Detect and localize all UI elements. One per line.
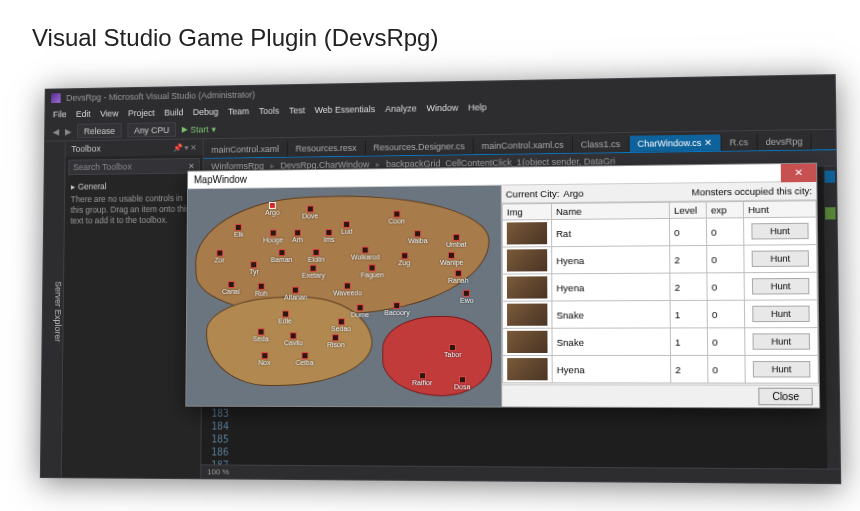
monsters-label: Monsters occupied this city: xyxy=(692,185,813,197)
toolbox-group-general[interactable]: ▸ General xyxy=(71,180,197,192)
city-wanipe[interactable]: Wanipe xyxy=(440,252,463,266)
city-faguen[interactable]: Faguen xyxy=(361,264,384,278)
city-cavilo[interactable]: Cavilo xyxy=(284,332,303,346)
city-ceiba[interactable]: Ceiba xyxy=(296,352,314,366)
hunt-button[interactable]: Hunt xyxy=(751,223,808,240)
menu-web-essentials[interactable]: Web Essentials xyxy=(315,104,376,115)
city-waiba[interactable]: Waiba xyxy=(408,230,427,244)
start-debug-button[interactable]: Start ▾ xyxy=(182,124,217,134)
close-button[interactable]: Close xyxy=(759,388,813,406)
hunt-button[interactable]: Hunt xyxy=(752,250,809,267)
tab-resources-designer-cs[interactable]: Resources.Designer.cs xyxy=(365,138,473,155)
menu-build[interactable]: Build xyxy=(164,107,183,117)
city-zor[interactable]: Zor xyxy=(214,250,224,264)
platform-combo[interactable]: Any CPU xyxy=(127,122,176,137)
table-row[interactable]: Snake10Hunt xyxy=(503,328,818,356)
col-level[interactable]: Level xyxy=(669,202,706,219)
menu-test[interactable]: Test xyxy=(289,105,305,115)
monster-table[interactable]: ImgNameLevelexpHunt Rat00HuntHyena20Hunt… xyxy=(502,200,819,384)
config-combo[interactable]: Release xyxy=(77,123,122,138)
city-baman[interactable]: Baman xyxy=(271,249,293,263)
city-dume[interactable]: Dume xyxy=(351,304,369,318)
col-img[interactable]: Img xyxy=(502,204,551,220)
city-raifior[interactable]: Raifior xyxy=(412,372,432,386)
table-row[interactable]: Hyena20Hunt xyxy=(502,245,817,274)
tab-devsrpg[interactable]: devsRpg xyxy=(757,133,812,150)
tab-charwindow-cs[interactable]: CharWindow.cs ✕ xyxy=(629,135,721,152)
city-dosa[interactable]: Dosa xyxy=(454,376,470,390)
city-altanan[interactable]: Altanan xyxy=(284,287,307,301)
city-waveedo[interactable]: Waveedo xyxy=(333,282,362,296)
city-exetary[interactable]: Exetary xyxy=(302,265,325,279)
city-arh[interactable]: Arh xyxy=(292,229,303,243)
city-tyr[interactable]: Tyr xyxy=(249,261,259,275)
city-label: Tabor xyxy=(444,351,462,358)
city-label: Umbat xyxy=(446,241,467,248)
city-ruh[interactable]: Ruh xyxy=(255,283,268,297)
city-lud[interactable]: Lud xyxy=(341,221,353,235)
table-row[interactable]: Rat00Hunt xyxy=(502,217,816,247)
table-row[interactable]: Hyena20Hunt xyxy=(502,272,817,301)
city-ranah[interactable]: Ranah xyxy=(448,270,469,284)
city-zug[interactable]: Zug xyxy=(398,252,410,266)
menu-analyze[interactable]: Analyze xyxy=(385,104,417,114)
table-row[interactable]: Snake10Hunt xyxy=(502,300,817,328)
city-sedao[interactable]: Sedao xyxy=(331,318,351,332)
city-hooge[interactable]: Hooge xyxy=(263,229,283,243)
city-marker-icon xyxy=(459,376,466,383)
menu-debug[interactable]: Debug xyxy=(193,107,219,117)
city-argo[interactable]: Argo xyxy=(265,202,279,216)
cell-exp: 0 xyxy=(708,355,746,383)
cell-level: 2 xyxy=(670,245,707,273)
tab-class1-cs[interactable]: Class1.cs xyxy=(573,136,630,153)
toolbox-search-input[interactable]: Search Toolbox ✕ xyxy=(68,158,200,175)
city-seda[interactable]: Seda xyxy=(253,328,269,342)
city-elolin[interactable]: Elolin xyxy=(308,249,325,263)
city-ewo[interactable]: Ewo xyxy=(460,290,474,304)
menu-tools[interactable]: Tools xyxy=(259,106,279,116)
city-coon[interactable]: Coon xyxy=(388,211,405,225)
hunt-button[interactable]: Hunt xyxy=(753,333,810,349)
menu-team[interactable]: Team xyxy=(228,106,249,116)
hunt-button[interactable]: Hunt xyxy=(752,278,809,295)
col-name[interactable]: Name xyxy=(551,202,669,219)
search-clear-icon[interactable]: ✕ xyxy=(188,161,195,170)
nav-back-icon[interactable]: ◀ xyxy=(53,126,60,136)
city-elk[interactable]: Elk xyxy=(234,224,244,238)
menu-window[interactable]: Window xyxy=(426,103,458,113)
world-map-pane[interactable]: ArgoDoveElkHoogeArhLudImsCoonWaibaUmbatZ… xyxy=(186,186,502,407)
col-hunt[interactable]: Hunt xyxy=(743,201,816,218)
monster-thumbnail xyxy=(507,331,547,353)
menu-edit[interactable]: Edit xyxy=(76,109,91,119)
tab-r-cs[interactable]: R.cs xyxy=(721,134,757,151)
tab-resources-resx[interactable]: Resources.resx xyxy=(288,140,366,157)
city-rison[interactable]: Rison xyxy=(327,334,345,348)
hunt-button[interactable]: Hunt xyxy=(752,306,809,323)
city-label: Faguen xyxy=(361,271,384,278)
close-icon[interactable]: ✕ xyxy=(781,163,817,182)
nav-fwd-icon[interactable]: ▶ xyxy=(65,126,72,136)
col-exp[interactable]: exp xyxy=(706,202,743,219)
city-umbat[interactable]: Umbat xyxy=(446,234,467,248)
city-wolkarod[interactable]: Wolkarod xyxy=(351,246,380,260)
tab-maincontrol-xaml-cs[interactable]: mainControl.xaml.cs xyxy=(474,137,573,154)
menu-view[interactable]: View xyxy=(100,109,118,119)
zoom-level[interactable]: 100 % xyxy=(207,467,229,476)
city-dove[interactable]: Dove xyxy=(302,205,318,219)
pin-icon[interactable]: 📌 ▾ ✕ xyxy=(173,143,197,152)
city-ims[interactable]: Ims xyxy=(323,229,334,243)
city-canal[interactable]: Canal xyxy=(222,281,240,295)
window-title: DevsRpg - Microsoft Visual Studio (Admin… xyxy=(66,90,255,103)
city-bacoory[interactable]: Bacoory xyxy=(384,302,409,316)
current-city-label: Current City: xyxy=(506,188,560,200)
hunt-button[interactable]: Hunt xyxy=(753,361,810,377)
city-edie[interactable]: Edie xyxy=(278,310,292,324)
city-nox[interactable]: Nox xyxy=(258,352,270,366)
menu-file[interactable]: File xyxy=(53,109,67,119)
tab-maincontrol-xaml[interactable]: mainControl.xaml xyxy=(204,141,288,158)
table-row[interactable]: Hyena20Hunt xyxy=(503,355,819,383)
city-marker-icon xyxy=(301,352,308,359)
menu-help[interactable]: Help xyxy=(468,102,486,112)
menu-project[interactable]: Project xyxy=(128,108,155,118)
city-tabor[interactable]: Tabor xyxy=(444,344,462,358)
